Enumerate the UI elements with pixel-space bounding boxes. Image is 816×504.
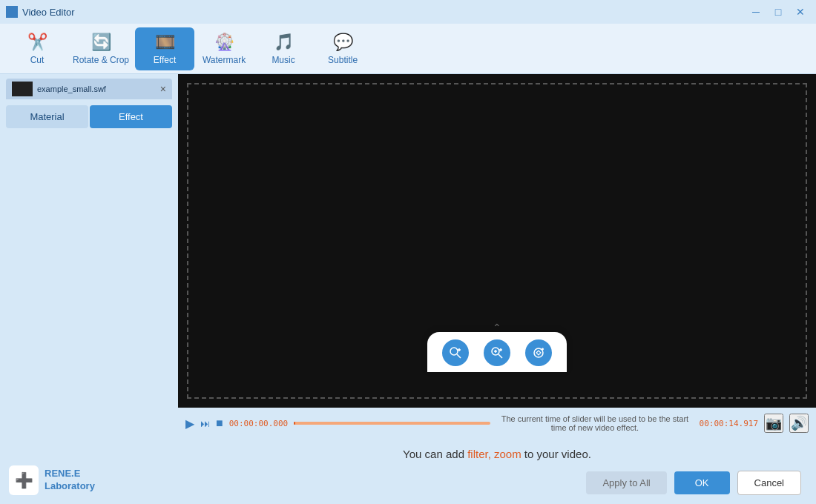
subtitle-icon: 💬 (333, 33, 353, 52)
watermark-icon: 🎡 (214, 33, 234, 52)
logo-area: ➕ RENE.E Laboratory (0, 457, 178, 504)
window-controls: ─ □ ✕ (746, 4, 810, 20)
file-tab: example_small.swf × (6, 79, 172, 99)
progress-bar[interactable] (294, 422, 490, 425)
tab-cut[interactable]: ✂️ Cut (7, 27, 67, 70)
tab-effect[interactable]: 🎞️ Effect (135, 27, 194, 70)
cancel-button[interactable]: Cancel (737, 471, 801, 495)
title-bar: Video Editor ─ □ ✕ (0, 0, 816, 24)
svg-point-0 (450, 348, 458, 355)
camera-button[interactable]: 📷 (764, 414, 783, 433)
add-effect-btn-icon (525, 339, 552, 366)
cut-icon: ✂️ (27, 33, 47, 52)
tab-rotate-crop[interactable]: 🔄 Rotate & Crop (67, 27, 135, 70)
info-text: The current time of slider will be used … (496, 414, 693, 432)
volume-button[interactable]: 🔊 (789, 414, 809, 433)
hint-text: You can add filter, zoom to your video. (193, 448, 801, 460)
svg-line-5 (499, 354, 502, 358)
sidebar-content: Material Effect ➕ RENE.E Laboratory (0, 99, 178, 504)
time-start: 00:00:00.000 (229, 419, 288, 428)
add-filter-icon (442, 339, 469, 366)
window-title: Video Editor (22, 7, 746, 18)
logo-text: RENE.E Laboratory (45, 468, 95, 493)
action-row: Apply to All OK Cancel (193, 471, 801, 495)
ok-button[interactable]: OK (674, 471, 730, 494)
apply-to-all-button[interactable]: Apply to All (586, 471, 666, 494)
toolbar: ✂️ Cut 🔄 Rotate & Crop 🎞️ Effect 🎡 Water… (0, 24, 816, 74)
file-name: example_small.swf (37, 84, 160, 93)
effect-icon: 🎞️ (155, 33, 175, 52)
add-zoom-icon (484, 339, 510, 366)
chevron-up-icon: ⌃ (493, 322, 501, 334)
tab-music[interactable]: 🎵 Music (254, 27, 313, 70)
time-end: 00:00:14.917 (700, 419, 758, 428)
minimize-button[interactable]: ─ (746, 4, 766, 20)
add-zoom-button[interactable] (484, 339, 510, 366)
logo-icon: ➕ (9, 465, 39, 495)
video-area: ⌃ (178, 74, 816, 504)
svg-point-10 (534, 348, 543, 357)
stop-button[interactable]: ■ (216, 417, 223, 430)
sidebar-tab-material[interactable]: Material (6, 105, 88, 128)
sidebar-tabs: Material Effect (6, 105, 172, 128)
rotate-icon: 🔄 (91, 33, 111, 52)
main-area: example_small.swf × Material Effect ➕ RE… (0, 74, 816, 504)
sidebar-tab-effect[interactable]: Effect (90, 105, 172, 128)
svg-line-1 (457, 354, 461, 358)
video-preview: ⌃ (178, 74, 816, 408)
file-thumbnail (12, 82, 33, 96)
floating-toolbar: ⌃ (427, 332, 567, 372)
controls-bar: ▶ ⏭ ■ 00:00:00.000 The current time of s… (178, 408, 816, 439)
step-button[interactable]: ⏭ (200, 418, 210, 429)
maximize-button[interactable]: □ (769, 4, 788, 20)
file-close-button[interactable]: × (160, 83, 166, 95)
app-icon (6, 6, 18, 18)
play-button[interactable]: ▶ (185, 417, 194, 431)
add-effect-button[interactable] (525, 339, 552, 366)
progress-fill (294, 422, 295, 425)
add-filter-button[interactable] (442, 339, 469, 366)
bottom-panel: You can add filter, zoom to your video. … (178, 439, 816, 504)
tab-subtitle[interactable]: 💬 Subtitle (313, 27, 372, 70)
music-icon: 🎵 (274, 33, 294, 52)
sidebar: example_small.swf × Material Effect ➕ RE… (0, 74, 178, 504)
tab-watermark[interactable]: 🎡 Watermark (194, 27, 254, 70)
hint-highlight: filter, zoom (467, 448, 521, 460)
close-button[interactable]: ✕ (791, 4, 810, 20)
float-toolbar-bg (427, 332, 567, 372)
